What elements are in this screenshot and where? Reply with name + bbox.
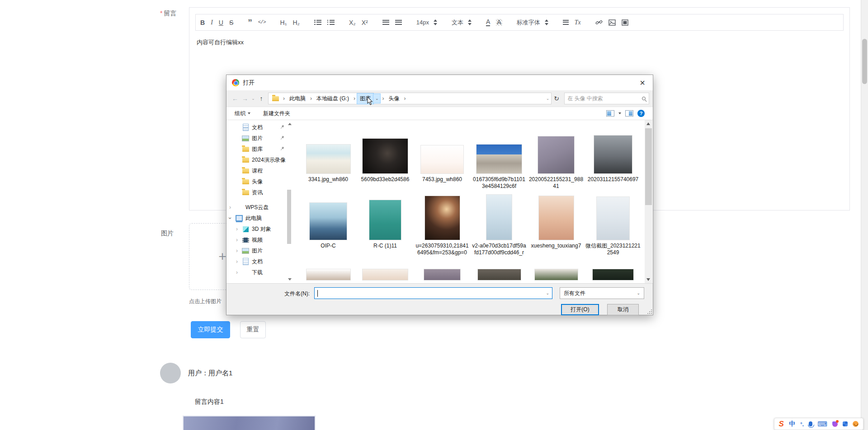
page-scrollbar[interactable] [861,0,868,430]
view-mode-dropdown-icon[interactable] [618,112,621,114]
indent-icon[interactable] [395,20,402,25]
file-item[interactable]: v2-a0e70d3cb17df59afd177d00df9cdd46_r [471,190,528,256]
editor-content[interactable]: 内容可自行编辑xx [197,38,244,47]
sidebar-item[interactable]: 资讯 [226,187,284,198]
new-folder-button[interactable]: 新建文件夹 [263,110,290,117]
underline-button[interactable]: U [219,19,223,26]
sidebar-tree-item[interactable]: 文档 [226,256,284,267]
sidebar-tree-item[interactable]: 视频 [226,234,284,245]
file-item-partial[interactable] [471,269,528,280]
scroll-down-icon[interactable] [288,278,292,280]
submit-button[interactable]: 立即提交 [191,321,230,338]
align-icon[interactable] [563,20,569,25]
file-item[interactable]: xuesheng_touxiang7 [528,190,585,256]
emoji-icon[interactable] [853,421,859,427]
blockquote-button[interactable]: ” [248,20,252,25]
sidebar-tree-item[interactable]: 3D 对象 [226,224,284,234]
expand-arrow-icon[interactable] [236,258,238,265]
scroll-down-icon[interactable] [646,278,650,281]
breadcrumb-item[interactable]: 本地磁盘 (G:) [314,93,357,104]
font-family-select[interactable]: 标准字体 [517,19,548,27]
sidebar-item[interactable]: 文档 [226,122,284,133]
outdent-icon[interactable] [382,20,389,25]
help-icon[interactable] [637,110,645,117]
subscript-button[interactable]: X₂ [349,19,356,26]
file-item[interactable]: 20200522155231_98841 [528,124,585,190]
expand-arrow-icon[interactable] [236,237,238,243]
expand-arrow-icon[interactable] [236,269,238,276]
sidebar-scrollbar-thumb[interactable] [287,190,291,244]
refresh-icon[interactable] [552,95,561,102]
file-item[interactable]: 20203112155740697 [585,124,642,190]
file-item[interactable]: u=2630759310,218416495&fm=253&gp=0 [414,190,471,256]
address-bar[interactable]: 此电脑 本地磁盘 (G:) 图库 头像 [268,93,552,104]
scroll-up-icon[interactable] [646,122,650,125]
file-item[interactable]: 3341.jpg_wh860 [300,124,357,190]
file-item[interactable]: R-C (1)11 [357,190,414,256]
file-grid-scrollbar[interactable] [645,120,652,283]
file-item-partial[interactable] [528,269,585,280]
file-item[interactable]: OIP-C [300,190,357,256]
link-icon[interactable] [595,19,603,26]
expand-arrow-icon[interactable] [236,226,238,232]
reset-button[interactable]: 重置 [240,321,266,338]
preview-pane-icon[interactable] [625,110,633,117]
expand-arrow-icon[interactable] [236,248,238,254]
file-item[interactable]: 7453.jpg_wh860 [414,124,471,190]
bold-button[interactable]: B [200,19,205,26]
filename-dropdown-icon[interactable] [546,291,549,295]
file-item[interactable]: 0167305f6d9b7b11013e4584129c6f [471,124,528,190]
superscript-button[interactable]: X² [362,19,368,26]
breadcrumb-item[interactable]: 图库 [357,93,386,104]
filetype-select[interactable]: 所有文件 [560,287,644,299]
sidebar-tree-item[interactable]: WPS云盘 [226,202,284,213]
heading2-button[interactable]: H₂ [292,19,300,26]
keyboard-icon[interactable]: ⌨ [817,420,827,428]
font-color-button[interactable]: A [486,19,490,26]
open-button[interactable]: 打开(O) [561,304,599,315]
highlight-color-button[interactable]: A [496,19,502,26]
sidebar-scrollbar[interactable] [287,122,292,281]
bullet-list-icon[interactable] [327,20,335,25]
address-dropdown-icon[interactable] [546,96,550,101]
organize-button[interactable]: 组织 [235,110,250,117]
insert-image-icon[interactable] [609,19,616,26]
sidebar-item[interactable]: 头像 [226,176,284,187]
sidebar-tree-item[interactable]: 此电脑 [226,213,284,224]
file-item-partial[interactable] [585,269,642,280]
breadcrumb-item[interactable]: 此电脑 [287,93,314,104]
file-item-partial[interactable] [300,269,357,280]
file-grid-scrollbar-thumb[interactable] [645,128,652,205]
sidebar-item[interactable]: 图库 [226,144,284,154]
font-size-select[interactable]: 14px [416,19,437,26]
view-mode-icon[interactable] [606,110,614,117]
forward-icon[interactable] [240,95,250,102]
filename-input-box[interactable] [314,287,552,299]
ime-toolbox-icon[interactable] [843,421,848,426]
expand-arrow-icon[interactable] [227,217,233,219]
sidebar-item[interactable]: 2024演示录像 [226,154,284,165]
file-item-partial[interactable] [414,269,471,280]
back-icon[interactable] [230,95,240,102]
insert-video-icon[interactable] [622,19,628,26]
up-icon[interactable] [256,95,266,102]
page-scrollbar-thumb[interactable] [862,39,867,84]
ime-punctuation-icon[interactable]: °, [800,421,803,427]
sogou-logo-icon[interactable]: S [779,420,784,429]
dialog-titlebar[interactable]: 打开 [226,75,653,90]
file-item[interactable]: 5609bd33eb2d4586 [357,124,414,190]
ordered-list-icon[interactable] [314,20,321,25]
ime-skin-icon[interactable] [832,421,838,427]
microphone-icon[interactable] [809,421,812,426]
clear-format-button[interactable]: Tx [575,19,581,26]
ime-language-indicator[interactable]: 中 [789,420,795,428]
file-item[interactable]: 微信截图_20231212212549 [585,190,642,256]
scroll-up-icon[interactable] [288,123,292,125]
text-type-select[interactable]: 文本 [452,19,472,27]
search-input[interactable] [565,95,637,102]
sidebar-tree-item[interactable]: 下载 [226,267,284,278]
code-button[interactable]: </> [258,20,266,25]
expand-arrow-icon[interactable] [229,204,231,210]
breadcrumb-item[interactable]: 头像 [386,93,407,104]
search-box[interactable] [564,93,649,104]
